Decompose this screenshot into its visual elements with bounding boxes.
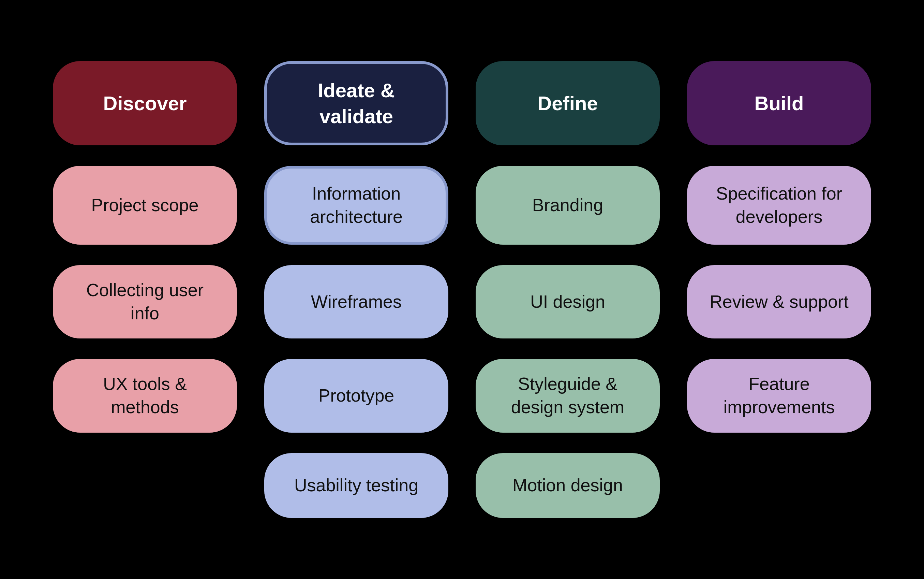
- discover-header: Discover: [53, 61, 237, 146]
- ideate-item-3[interactable]: Usability testing: [264, 453, 448, 518]
- build-item-2[interactable]: Feature improvements: [687, 359, 871, 432]
- main-grid: Discover Ideate & validate Define Build …: [19, 34, 905, 545]
- define-item-3[interactable]: Motion design: [476, 453, 660, 518]
- define-item-2[interactable]: Styleguide & design system: [476, 359, 660, 432]
- ideate-item-2[interactable]: Prototype: [264, 359, 448, 432]
- define-header: Define: [476, 61, 660, 146]
- discover-item-2[interactable]: UX tools & methods: [53, 359, 237, 432]
- discover-item-1[interactable]: Collecting user info: [53, 265, 237, 339]
- build-item-0[interactable]: Specification for developers: [687, 166, 871, 245]
- ideate-header: Ideate & validate: [264, 61, 448, 146]
- ideate-item-0[interactable]: Information architecture: [264, 166, 448, 245]
- discover-item-0[interactable]: Project scope: [53, 166, 237, 245]
- build-item-1[interactable]: Review & support: [687, 265, 871, 339]
- define-item-0[interactable]: Branding: [476, 166, 660, 245]
- build-header: Build: [687, 61, 871, 146]
- ideate-item-1[interactable]: Wireframes: [264, 265, 448, 339]
- define-item-1[interactable]: UI design: [476, 265, 660, 339]
